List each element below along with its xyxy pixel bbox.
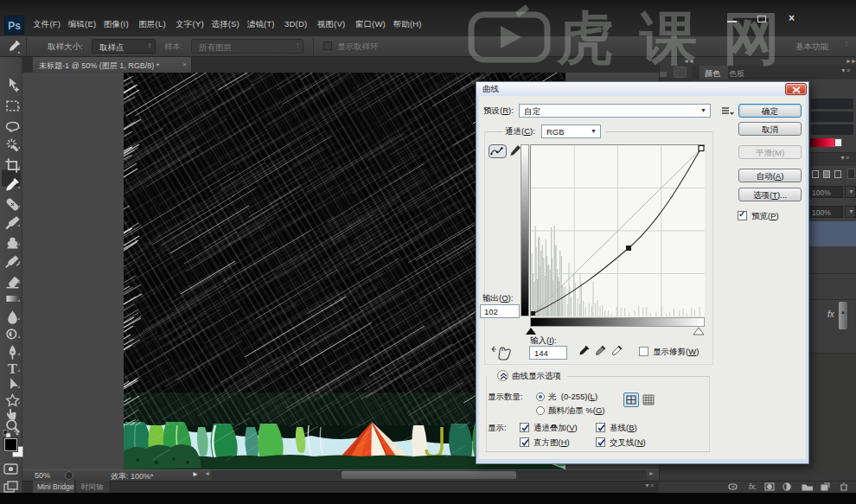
svg-text:fx.: fx. [749, 482, 757, 491]
svg-text:虎课网: 虎课网 [556, 6, 806, 67]
svg-text:T: T [8, 360, 17, 377]
